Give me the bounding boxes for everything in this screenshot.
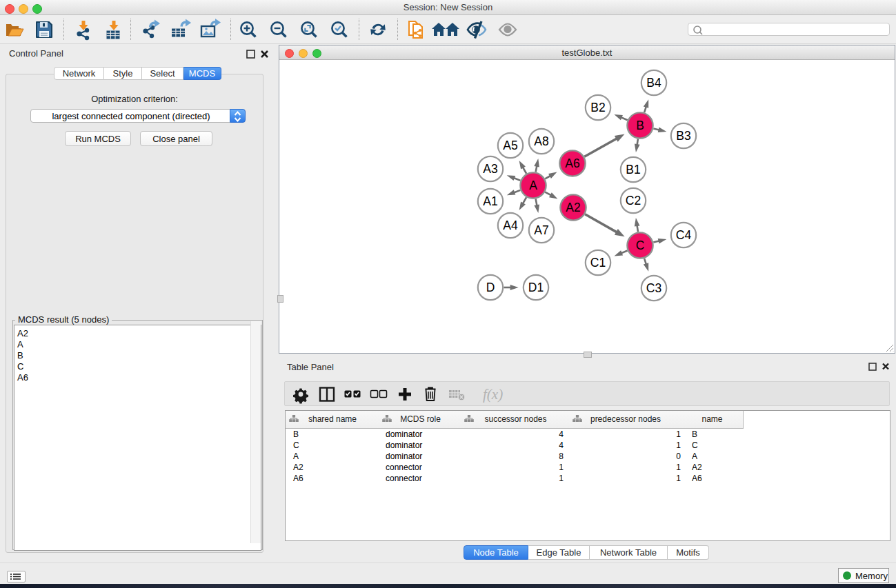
svg-text:C1: C1 bbox=[590, 256, 606, 270]
svg-text:B4: B4 bbox=[646, 76, 661, 90]
svg-text:A3: A3 bbox=[483, 162, 497, 176]
svg-text:B2: B2 bbox=[590, 101, 605, 114]
svg-text:D1: D1 bbox=[528, 281, 544, 294]
svg-text:C: C bbox=[636, 239, 645, 252]
svg-text:A8: A8 bbox=[534, 134, 548, 148]
svg-text:A1: A1 bbox=[483, 194, 497, 208]
svg-text:A4: A4 bbox=[503, 219, 518, 232]
svg-text:A2: A2 bbox=[566, 201, 580, 214]
svg-text:D: D bbox=[486, 281, 495, 294]
svg-text:A6: A6 bbox=[565, 156, 579, 170]
svg-text:C2: C2 bbox=[626, 194, 641, 207]
svg-text:A: A bbox=[529, 179, 537, 192]
svg-text:B1: B1 bbox=[626, 163, 640, 176]
svg-text:C4: C4 bbox=[676, 228, 692, 242]
svg-text:A5: A5 bbox=[503, 139, 517, 152]
svg-text:B: B bbox=[636, 119, 644, 132]
svg-text:f(x): f(x) bbox=[483, 386, 503, 403]
svg-text:A7: A7 bbox=[534, 223, 548, 237]
svg-text:C3: C3 bbox=[646, 281, 661, 295]
svg-text:B3: B3 bbox=[676, 129, 690, 143]
